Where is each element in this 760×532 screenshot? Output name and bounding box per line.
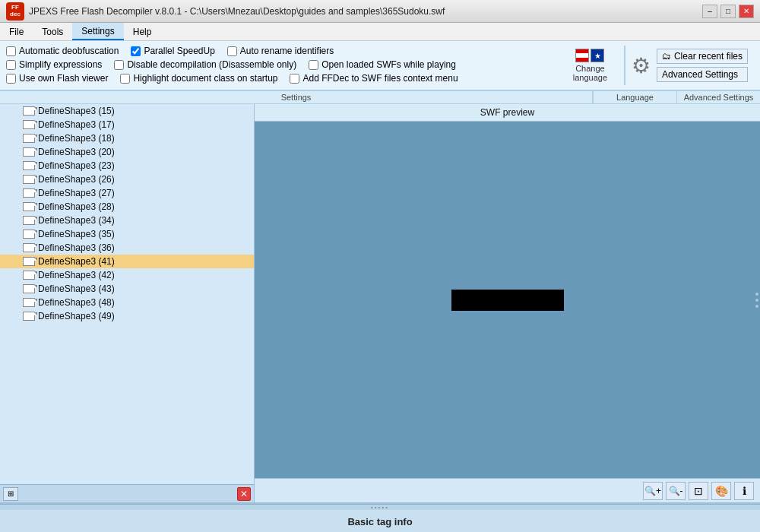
minimize-button[interactable]: – — [702, 5, 717, 18]
clear-recent-icon: 🗂 — [662, 51, 671, 62]
tree-action-icon-1[interactable]: ⊞ — [3, 487, 18, 501]
checkbox-own-flash[interactable]: Use own Flash viewer — [6, 73, 108, 84]
add-ffdec-checkbox[interactable] — [290, 74, 299, 84]
tree-item[interactable]: DefineShape3 (28) — [0, 200, 254, 214]
tree-item-label: DefineShape3 (49) — [38, 311, 115, 321]
swf-canvas — [255, 122, 760, 478]
tree-item[interactable]: DefineShape3 (15) — [0, 104, 254, 118]
tree-item-file-icon — [23, 120, 35, 129]
tree-item[interactable]: DefineShape3 (26) — [0, 173, 254, 186]
flag-left — [575, 49, 589, 62]
tree-item-file-icon — [23, 106, 35, 116]
own-flash-checkbox[interactable] — [6, 74, 16, 84]
disable-decompile-label: Disable decompilation (Disassemble only) — [127, 59, 296, 70]
tree-item-file-icon — [23, 147, 35, 157]
advanced-top: ⚙ 🗂 Clear recent files Advanced Settings — [632, 49, 748, 82]
clear-recent-button[interactable]: 🗂 Clear recent files — [657, 49, 748, 64]
tree-item[interactable]: DefineShape3 (34) — [0, 214, 254, 227]
tree-item[interactable]: DefineShape3 (17) — [0, 118, 254, 131]
tree-item[interactable]: DefineShape3 (27) — [0, 186, 254, 200]
tree-item[interactable]: DefineShape3 (35) — [0, 227, 254, 241]
tree-item[interactable]: DefineShape3 (23) — [0, 159, 254, 173]
tree-item-label: DefineShape3 (43) — [38, 283, 115, 294]
right-panel: SWF preview 🔍+ 🔍- ⊡ 🎨 ℹ — [255, 104, 760, 502]
parallel-speedup-label: Parallel SpeedUp — [144, 46, 214, 56]
tree-item-label: DefineShape3 (28) — [38, 201, 115, 212]
close-button[interactable]: ✕ — [739, 5, 754, 18]
tree-bottom-bar: ⊞ ✕ — [0, 484, 254, 502]
settings-section-label: Settings — [0, 91, 593, 103]
toolbar: Automatic deobfuscation Parallel SpeedUp… — [0, 41, 760, 91]
maximize-button[interactable]: □ — [720, 5, 736, 18]
tree-item[interactable]: DefineShape3 (41) — [0, 255, 254, 268]
tree-item-label: DefineShape3 (26) — [38, 174, 115, 185]
checkbox-auto-rename[interactable]: Auto rename identifiers — [227, 46, 334, 56]
tree-item-file-icon — [23, 271, 35, 280]
tree-item[interactable]: DefineShape3 (18) — [0, 131, 254, 145]
tree-item-label: DefineShape3 (42) — [38, 270, 115, 280]
tree-item-file-icon — [23, 284, 35, 293]
left-panel: DefineShape3 (15)DefineShape3 (17)Define… — [0, 104, 255, 502]
resize-handle[interactable] — [0, 504, 760, 510]
tree-item-label: DefineShape3 (35) — [38, 229, 115, 239]
tree-scroll[interactable]: DefineShape3 (15)DefineShape3 (17)Define… — [0, 104, 254, 484]
tree-item-label: DefineShape3 (23) — [38, 160, 115, 171]
main-content: DefineShape3 (15)DefineShape3 (17)Define… — [0, 104, 760, 502]
titlebar-title: JPEXS Free Flash Decompiler v.8.0.1 - C:… — [29, 6, 445, 17]
tree-item-file-icon — [23, 134, 35, 143]
checkbox-auto-deobf[interactable]: Automatic deobfuscation — [6, 46, 119, 56]
language-button-label: Change language — [573, 64, 607, 82]
tree-item-label: DefineShape3 (18) — [38, 133, 115, 144]
tree-item-file-icon — [23, 202, 35, 211]
checkbox-disable-decompile[interactable]: Disable decompilation (Disassemble only) — [114, 59, 296, 70]
parallel-speedup-checkbox[interactable] — [131, 46, 141, 56]
simplify-checkbox[interactable] — [6, 60, 16, 70]
open-loaded-label: Open loaded SWFs while playing — [321, 59, 456, 70]
zoom-in-button[interactable]: 🔍+ — [643, 482, 663, 500]
auto-deobfuscation-checkbox[interactable] — [6, 46, 16, 56]
tree-item-file-icon — [23, 230, 35, 239]
menu-tools[interactable]: Tools — [33, 23, 72, 40]
tree-item[interactable]: DefineShape3 (42) — [0, 268, 254, 282]
tree-item[interactable]: DefineShape3 (49) — [0, 309, 254, 323]
info-button[interactable]: ℹ — [734, 482, 754, 500]
zoom-in-icon: 🔍+ — [644, 486, 661, 496]
tag-info-title: Basic tag info — [3, 513, 757, 532]
checkbox-open-loaded[interactable]: Open loaded SWFs while playing — [309, 59, 456, 70]
disable-decompile-checkbox[interactable] — [114, 60, 124, 70]
color-button[interactable]: 🎨 — [711, 482, 731, 500]
tree-item-label: DefineShape3 (20) — [38, 147, 115, 157]
tree-item-label: DefineShape3 (34) — [38, 215, 115, 226]
language-section-label: Language — [594, 91, 677, 103]
flag-right: ★ — [591, 49, 604, 62]
open-loaded-checkbox[interactable] — [309, 60, 318, 70]
toolbar-labels: Settings Language Advanced Settings — [0, 91, 760, 104]
app-logo: FFdec — [6, 2, 24, 21]
advanced-settings-button[interactable]: Advanced Settings — [657, 67, 748, 82]
menu-help[interactable]: Help — [124, 23, 161, 40]
highlight-checkbox[interactable] — [120, 74, 130, 84]
checkbox-add-ffdec[interactable]: Add FFDec to SWF files context menu — [290, 73, 458, 84]
fit-button[interactable]: ⊡ — [689, 482, 708, 500]
auto-rename-checkbox[interactable] — [227, 46, 237, 56]
toolbar-row-1: Automatic deobfuscation Parallel SpeedUp… — [6, 46, 556, 56]
tree-item-file-icon — [23, 312, 35, 321]
tree-item-label: DefineShape3 (41) — [38, 256, 115, 267]
zoom-out-icon: 🔍- — [669, 486, 683, 496]
tree-item[interactable]: DefineShape3 (20) — [0, 145, 254, 159]
simplify-label: Simplify expressions — [19, 59, 102, 70]
menu-file[interactable]: File — [0, 23, 33, 40]
auto-rename-label: Auto rename identifiers — [240, 46, 334, 56]
swf-bottom-toolbar: 🔍+ 🔍- ⊡ 🎨 ℹ — [255, 478, 760, 502]
language-section[interactable]: ★ Change language — [556, 46, 625, 85]
menu-settings[interactable]: Settings — [72, 23, 123, 40]
tree-item[interactable]: DefineShape3 (43) — [0, 282, 254, 296]
zoom-out-button[interactable]: 🔍- — [666, 482, 686, 500]
checkbox-highlight[interactable]: Highlight document class on startup — [120, 73, 277, 84]
checkbox-parallel[interactable]: Parallel SpeedUp — [131, 46, 214, 56]
advanced-section-label: Advanced Settings — [677, 91, 760, 103]
tree-item[interactable]: DefineShape3 (36) — [0, 241, 254, 255]
tree-close-button[interactable]: ✕ — [237, 487, 251, 501]
tree-item[interactable]: DefineShape3 (48) — [0, 296, 254, 309]
checkbox-simplify[interactable]: Simplify expressions — [6, 59, 102, 70]
